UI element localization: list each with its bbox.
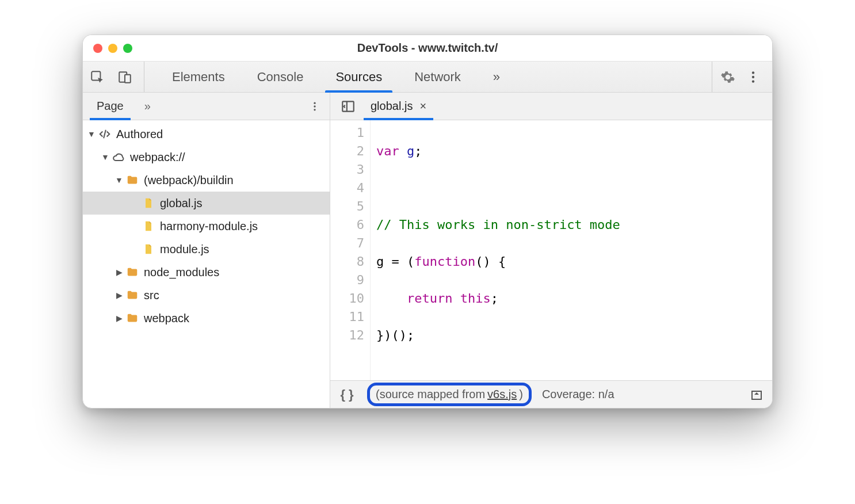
close-window-button[interactable]: [93, 44, 102, 53]
pretty-print-icon[interactable]: { }: [337, 387, 357, 402]
chevron-right-icon: ▶: [114, 314, 124, 323]
file-icon: [142, 242, 155, 256]
svg-point-7: [314, 105, 315, 107]
inspect-element-icon[interactable]: [89, 68, 106, 86]
line-number: 12: [330, 326, 364, 345]
line-gutter: 1 2 3 4 5 6 7 8 9 10 11 12: [330, 120, 371, 380]
navigator-tabs-overflow[interactable]: »: [134, 93, 161, 120]
file-icon: [142, 219, 155, 233]
line-number: 4: [330, 179, 364, 197]
tab-elements[interactable]: Elements: [156, 62, 241, 92]
line-number: 6: [330, 216, 364, 234]
source-mapped-badge: (source mapped from v6s.js): [367, 383, 532, 406]
code-icon: [98, 127, 112, 141]
tree-folder-webpack-label: webpack: [144, 312, 189, 325]
tab-network[interactable]: Network: [398, 62, 477, 92]
window-controls: [83, 44, 132, 53]
devtools-window: DevTools - www.twitch.tv/ Elements Conso…: [82, 35, 773, 408]
tree-folder-src-label: src: [144, 289, 159, 302]
tab-elements-label: Elements: [172, 70, 225, 85]
folder-icon: [125, 265, 139, 279]
more-menu-icon[interactable]: [745, 68, 762, 86]
tabs-overflow-button[interactable]: »: [477, 62, 516, 92]
code-token: return: [407, 291, 460, 306]
editor-footer: { } (source mapped from v6s.js) Coverage…: [330, 380, 772, 408]
editor-tab-global[interactable]: global.js ×: [361, 93, 436, 120]
navigator-tabs: Page »: [83, 93, 330, 120]
line-number: 5: [330, 197, 364, 216]
line-number: 2: [330, 142, 364, 161]
tree-folder-nodemodules[interactable]: ▶ node_modules: [83, 261, 330, 284]
code-token: [376, 291, 407, 306]
tree-buildin-folder[interactable]: ▼ (webpack)/buildin: [83, 169, 330, 192]
close-tab-icon[interactable]: ×: [419, 100, 426, 113]
navigator-more-icon[interactable]: [303, 93, 326, 120]
line-number: 9: [330, 271, 364, 289]
tree-file-harmony[interactable]: harmony-module.js: [83, 215, 330, 238]
chevron-down-icon: ▼: [86, 129, 97, 139]
code-token: var: [376, 144, 407, 158]
cloud-icon: [112, 150, 125, 164]
minimize-window-button[interactable]: [108, 44, 117, 53]
line-number: 11: [330, 308, 364, 326]
tree-authored[interactable]: ▼ Authored: [83, 123, 330, 146]
show-console-drawer-icon[interactable]: [748, 386, 765, 403]
code-token: ;: [414, 144, 422, 158]
zoom-window-button[interactable]: [123, 44, 132, 53]
tab-console[interactable]: Console: [241, 62, 320, 92]
editor-tab-label: global.js: [371, 100, 413, 113]
line-number: 3: [330, 161, 364, 179]
tree-folder-src[interactable]: ▶ src: [83, 284, 330, 307]
folder-icon: [125, 311, 139, 325]
tree-folder-nodemodules-label: node_modules: [144, 266, 219, 279]
code-token: g: [407, 144, 414, 158]
svg-point-5: [752, 80, 754, 82]
main-toolbar: Elements Console Sources Network »: [83, 62, 772, 93]
svg-point-4: [752, 75, 754, 78]
coverage-label: Coverage: n/a: [542, 388, 614, 401]
editor-tabstrip: global.js ×: [330, 93, 772, 120]
tab-sources[interactable]: Sources: [319, 62, 398, 92]
window-title: DevTools - www.twitch.tv/: [83, 41, 772, 55]
navigator-tab-page-label: Page: [97, 100, 124, 113]
tree-folder-webpack[interactable]: ▶ webpack: [83, 307, 330, 330]
code-editor[interactable]: 1 2 3 4 5 6 7 8 9 10 11 12 var g; // Thi…: [330, 120, 772, 380]
tab-network-label: Network: [414, 70, 461, 85]
tree-buildin-label: (webpack)/buildin: [144, 174, 234, 187]
navigator-tab-page[interactable]: Page: [86, 93, 134, 120]
tab-console-label: Console: [257, 70, 304, 85]
device-toolbar-icon[interactable]: [116, 68, 133, 86]
chevron-right-icon: ▶: [114, 291, 124, 300]
code-token: g = (: [376, 254, 414, 269]
tree-file-module-label: module.js: [160, 243, 209, 256]
line-number: 8: [330, 253, 364, 271]
source-mapped-suffix: ): [519, 388, 523, 401]
svg-point-3: [752, 71, 754, 74]
settings-icon[interactable]: [719, 68, 736, 86]
tree-file-global[interactable]: global.js: [83, 192, 330, 215]
tree-webpack-origin[interactable]: ▼ webpack://: [83, 146, 330, 169]
svg-rect-2: [125, 74, 131, 82]
line-number: 7: [330, 234, 364, 253]
tree-file-module[interactable]: module.js: [83, 238, 330, 261]
content-split: Page » ▼ Authored: [83, 93, 772, 408]
line-number: 1: [330, 124, 364, 142]
svg-point-8: [314, 109, 315, 110]
toggle-navigator-icon[interactable]: [335, 93, 361, 120]
titlebar: DevTools - www.twitch.tv/: [83, 35, 772, 62]
code-token: () {: [475, 254, 506, 269]
code-token: function: [414, 254, 475, 269]
tree-authored-label: Authored: [116, 128, 163, 141]
code-token: })();: [376, 328, 414, 342]
navigator-tabs-overflow-label: »: [144, 100, 151, 113]
line-number: 10: [330, 289, 364, 308]
code-token: this: [460, 291, 491, 306]
folder-icon: [125, 173, 139, 187]
source-mapped-link[interactable]: v6s.js: [487, 388, 517, 401]
tree-webpack-label: webpack://: [130, 151, 185, 164]
chevron-right-icon: ▶: [114, 268, 124, 277]
navigator-sidebar: Page » ▼ Authored: [83, 93, 330, 408]
file-tree: ▼ Authored ▼ webpack:// ▼: [83, 120, 330, 408]
editor-area: global.js × 1 2 3 4 5 6 7 8 9: [330, 93, 772, 408]
svg-point-6: [314, 102, 315, 104]
